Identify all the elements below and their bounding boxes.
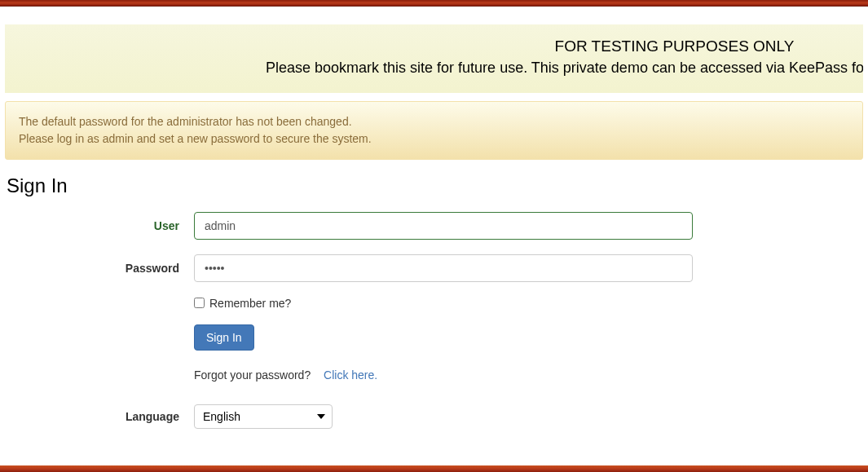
warning-line2: Please log in as admin and set a new pas… — [19, 130, 849, 148]
user-input[interactable] — [194, 212, 693, 240]
testing-banner-line2: Please bookmark this site for future use… — [21, 58, 847, 78]
language-label: Language — [7, 410, 194, 423]
warning-line1: The default password for the administrat… — [19, 113, 849, 130]
page-title: Sign In — [7, 174, 868, 197]
forgot-link[interactable]: Click here. — [324, 368, 377, 382]
remember-label[interactable]: Remember me? — [209, 297, 291, 310]
testing-banner: FOR TESTING PURPOSES ONLY Please bookmar… — [5, 24, 863, 93]
password-label: Password — [7, 262, 194, 275]
signin-button[interactable]: Sign In — [194, 324, 254, 351]
bottom-accent-bar — [0, 465, 868, 468]
user-label: User — [7, 219, 194, 232]
signin-form: User Password Remember me? Sign In Forgo… — [0, 212, 868, 468]
testing-banner-line1: FOR TESTING PURPOSES ONLY — [21, 36, 847, 58]
warning-banner: The default password for the administrat… — [5, 101, 863, 160]
top-accent-bar — [0, 0, 868, 7]
forgot-text: Forgot your password? — [194, 368, 311, 382]
password-input[interactable] — [194, 254, 693, 282]
language-select[interactable]: English — [194, 404, 333, 429]
remember-checkbox[interactable] — [194, 298, 205, 308]
